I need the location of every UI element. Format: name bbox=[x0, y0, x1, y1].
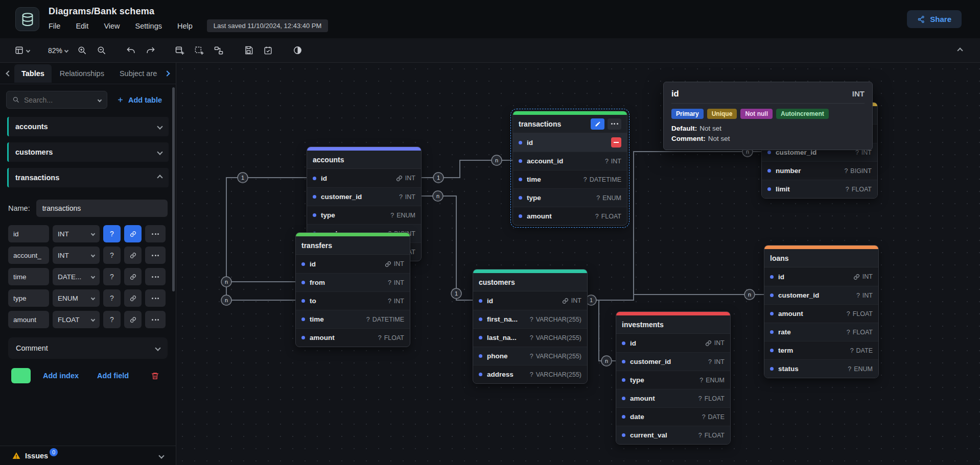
table-field-row[interactable]: account_id?INT bbox=[513, 152, 627, 170]
menu-view[interactable]: View bbox=[104, 22, 120, 30]
field-name-input[interactable]: type bbox=[8, 289, 49, 307]
table-field-row[interactable]: date?DATE bbox=[616, 407, 730, 426]
nullable-toggle[interactable]: ? bbox=[103, 311, 121, 328]
primary-key-toggle[interactable] bbox=[124, 247, 142, 264]
sidebar-scrollbar[interactable] bbox=[172, 87, 175, 291]
table-field-row[interactable]: last_na...?VARCHAR(255) bbox=[473, 328, 587, 347]
table-field-row[interactable]: customer_id?INT bbox=[764, 286, 878, 304]
menu-settings[interactable]: Settings bbox=[135, 22, 162, 30]
table-field-row[interactable]: amount?FLOAT bbox=[764, 304, 878, 323]
add-table-button[interactable] bbox=[171, 42, 189, 59]
field-name-input[interactable]: id bbox=[8, 225, 49, 242]
table-field-row[interactable]: amount?FLOAT bbox=[616, 389, 730, 407]
layout-options-button[interactable] bbox=[11, 42, 33, 59]
table-options-button[interactable] bbox=[608, 118, 621, 130]
table-field-row[interactable]: idINT bbox=[616, 334, 730, 352]
menu-help[interactable]: Help bbox=[177, 22, 193, 30]
table-field-row[interactable]: type?ENUM bbox=[616, 371, 730, 389]
tab-tables[interactable]: Tables bbox=[14, 64, 52, 83]
tab-relationships[interactable]: Relationships bbox=[53, 64, 111, 83]
field-options-button[interactable] bbox=[145, 268, 166, 285]
todo-button[interactable] bbox=[259, 42, 276, 59]
relationship-line[interactable] bbox=[422, 196, 473, 300]
er-table-investments[interactable]: investmentsidINTcustomer_id?INTtype?ENUM… bbox=[616, 311, 731, 445]
table-field-row[interactable]: amount?FLOAT bbox=[296, 328, 410, 347]
er-table-transactions[interactable]: transactionsidaccount_id?INTtime?DATETIM… bbox=[512, 111, 627, 226]
sidebar-table-customers[interactable]: customers bbox=[7, 142, 169, 162]
sidebar-table-transactions[interactable]: transactions bbox=[7, 168, 169, 187]
nullable-toggle[interactable]: ? bbox=[103, 247, 121, 264]
delete-table-button[interactable] bbox=[151, 372, 159, 380]
field-type-select[interactable]: INT bbox=[53, 225, 100, 242]
relationship-line[interactable] bbox=[634, 152, 761, 300]
field-options-button[interactable] bbox=[145, 289, 166, 307]
er-table-loans[interactable]: loansidINTcustomer_id?INTamount?FLOATrat… bbox=[764, 245, 879, 378]
field-type-select[interactable]: INT bbox=[53, 247, 100, 264]
add-field-button[interactable]: Add field bbox=[91, 369, 135, 383]
field-name-input[interactable]: amount bbox=[8, 311, 49, 328]
table-color-swatch[interactable] bbox=[11, 368, 31, 383]
table-field-row[interactable]: first_na...?VARCHAR(255) bbox=[473, 310, 587, 328]
table-field-row[interactable]: limit?FLOAT bbox=[762, 180, 877, 198]
tabs-scroll-left-button[interactable] bbox=[4, 69, 13, 78]
save-button[interactable] bbox=[240, 42, 257, 59]
table-field-row[interactable]: address?VARCHAR(255) bbox=[473, 365, 587, 383]
field-options-button[interactable] bbox=[145, 225, 166, 242]
table-field-row[interactable]: type?ENUM bbox=[307, 206, 421, 224]
relationship-line[interactable] bbox=[582, 295, 764, 300]
table-field-row[interactable]: term?DATE bbox=[764, 341, 878, 359]
field-options-button[interactable] bbox=[145, 311, 166, 328]
share-button[interactable]: Share bbox=[907, 10, 962, 28]
table-field-row[interactable]: number?BIGINT bbox=[762, 161, 877, 180]
edit-table-button[interactable] bbox=[591, 118, 604, 130]
add-table-button-sidebar[interactable]: Add table bbox=[111, 92, 167, 108]
table-field-row[interactable]: idINT bbox=[764, 267, 878, 286]
tab-subject-areas[interactable]: Subject areas bbox=[112, 64, 157, 83]
table-field-row[interactable]: customer_id?INT bbox=[307, 187, 421, 206]
table-field-row[interactable]: time?DATETIME bbox=[513, 170, 627, 188]
table-field-row[interactable]: status?ENUM bbox=[764, 359, 878, 378]
add-relationship-button[interactable] bbox=[210, 42, 227, 59]
table-field-row[interactable]: customer_id?INT bbox=[616, 352, 730, 371]
add-subject-area-button[interactable] bbox=[191, 42, 208, 59]
field-name-input[interactable]: account_ bbox=[8, 247, 49, 264]
undo-button[interactable] bbox=[122, 42, 139, 59]
table-field-row[interactable]: type?ENUM bbox=[513, 188, 627, 207]
table-field-row[interactable]: rate?FLOAT bbox=[764, 323, 878, 341]
collapse-toolbar-button[interactable] bbox=[951, 42, 969, 59]
table-field-row[interactable]: idINT bbox=[296, 255, 410, 273]
table-field-row[interactable]: current_val?FLOAT bbox=[616, 426, 730, 444]
zoom-out-button[interactable] bbox=[92, 42, 110, 59]
sidebar-table-accounts[interactable]: accounts bbox=[7, 117, 169, 136]
table-field-row[interactable]: id bbox=[513, 133, 627, 152]
table-search-select[interactable] bbox=[6, 91, 107, 109]
diagram-canvas[interactable]: 1n1nnn11nnn id INT PrimaryUniqueNot null… bbox=[176, 63, 980, 465]
menu-file[interactable]: File bbox=[49, 22, 60, 30]
field-type-select[interactable]: DATE... bbox=[53, 268, 100, 285]
search-input[interactable] bbox=[24, 96, 94, 104]
issues-bar[interactable]: Issues 0 bbox=[0, 446, 176, 465]
comment-section[interactable]: Comment bbox=[8, 337, 168, 359]
table-name-input[interactable] bbox=[36, 200, 168, 217]
menu-edit[interactable]: Edit bbox=[76, 22, 88, 30]
table-field-row[interactable]: amount?FLOAT bbox=[513, 207, 627, 225]
table-field-row[interactable]: idINT bbox=[307, 169, 421, 187]
zoom-level-select[interactable]: 82% bbox=[45, 42, 71, 59]
nullable-toggle[interactable]: ? bbox=[103, 268, 121, 285]
delete-field-button[interactable] bbox=[611, 137, 621, 148]
table-field-row[interactable]: to?INT bbox=[296, 291, 410, 310]
redo-button[interactable] bbox=[142, 42, 159, 59]
field-options-button[interactable] bbox=[145, 247, 166, 264]
table-field-row[interactable]: idINT bbox=[473, 291, 587, 310]
primary-key-toggle[interactable] bbox=[124, 289, 142, 307]
zoom-in-button[interactable] bbox=[73, 42, 90, 59]
add-index-button[interactable]: Add index bbox=[37, 369, 85, 383]
table-field-row[interactable]: phone?VARCHAR(255) bbox=[473, 347, 587, 365]
tabs-scroll-right-button[interactable] bbox=[162, 69, 172, 78]
theme-toggle-button[interactable] bbox=[289, 42, 306, 59]
table-field-row[interactable]: from?INT bbox=[296, 273, 410, 291]
primary-key-toggle[interactable] bbox=[124, 225, 142, 242]
field-name-input[interactable]: time bbox=[8, 268, 49, 285]
field-type-select[interactable]: FLOAT bbox=[53, 311, 100, 328]
primary-key-toggle[interactable] bbox=[124, 311, 142, 328]
